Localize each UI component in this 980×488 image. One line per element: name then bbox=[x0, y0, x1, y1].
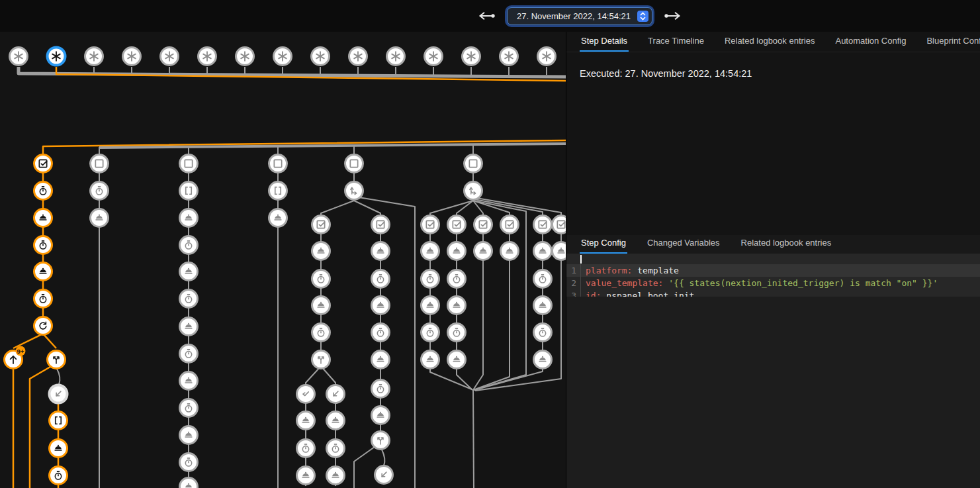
graph-node-delay-timer-icon[interactable] bbox=[372, 380, 390, 398]
graph-node-arrow-down-left-icon[interactable] bbox=[375, 466, 393, 484]
tab-step-config[interactable]: Step Config bbox=[580, 238, 627, 254]
graph-node-service-call-icon[interactable] bbox=[180, 263, 198, 281]
graph-node-condition-blank-icon[interactable] bbox=[269, 155, 287, 173]
graph-node-delay-timer-icon[interactable] bbox=[180, 236, 198, 254]
graph-node-delay-timer-icon[interactable] bbox=[372, 270, 390, 288]
tab-related-logbook-entries[interactable]: Related logbook entries bbox=[723, 36, 817, 52]
graph-node-delay-timer-icon[interactable] bbox=[422, 270, 439, 288]
graph-node-service-call-icon[interactable] bbox=[312, 242, 330, 260]
code-line[interactable]: 1platform: template bbox=[566, 264, 980, 277]
graph-node-service-call-icon[interactable] bbox=[474, 242, 492, 260]
graph-node-condition-checked-icon[interactable] bbox=[534, 216, 552, 234]
graph-node-service-call-icon[interactable] bbox=[501, 242, 519, 260]
graph-node-trigger-asterisk-icon[interactable] bbox=[48, 48, 66, 66]
graph-node-service-call-icon[interactable] bbox=[180, 372, 198, 390]
graph-node-arrow-down-left-icon[interactable] bbox=[50, 385, 67, 403]
graph-node-delay-timer-icon[interactable] bbox=[180, 345, 198, 363]
graph-node-choose-decision-icon[interactable] bbox=[345, 182, 363, 200]
graph-node-call-split-icon[interactable] bbox=[372, 432, 390, 450]
graph-node-trigger-asterisk-icon[interactable] bbox=[85, 48, 103, 66]
graph-node-delay-timer-icon[interactable] bbox=[448, 270, 466, 288]
graph-node-condition-checked-icon[interactable] bbox=[422, 216, 439, 234]
graph-node-delay-timer-icon[interactable] bbox=[34, 236, 52, 254]
graph-node-service-call-icon[interactable] bbox=[180, 209, 198, 227]
graph-node-brackets-icon[interactable] bbox=[50, 412, 67, 430]
graph-node-service-call-icon[interactable] bbox=[422, 351, 439, 369]
graph-node-service-call-icon[interactable] bbox=[372, 351, 390, 369]
graph-node-service-call-icon[interactable] bbox=[372, 297, 390, 315]
graph-node-service-call-icon[interactable] bbox=[372, 242, 390, 260]
tab-changed-variables[interactable]: Changed Variables bbox=[646, 238, 721, 254]
graph-node-trigger-asterisk-icon[interactable] bbox=[199, 48, 216, 66]
graph-node-delay-timer-icon[interactable] bbox=[312, 270, 330, 288]
graph-node-delay-timer-icon[interactable] bbox=[448, 324, 466, 342]
graph-node-delay-timer-icon[interactable] bbox=[327, 440, 345, 458]
graph-node-service-call-icon[interactable] bbox=[534, 351, 552, 369]
code-line[interactable]: 2value_template: '{{ states(nextion_init… bbox=[566, 277, 980, 289]
graph-node-service-call-icon[interactable] bbox=[372, 407, 390, 424]
graph-node-trigger-asterisk-icon[interactable] bbox=[236, 48, 254, 66]
graph-node-trigger-asterisk-icon[interactable] bbox=[349, 48, 367, 66]
graph-node-trigger-asterisk-icon[interactable] bbox=[500, 48, 518, 66]
graph-node-trigger-asterisk-icon[interactable] bbox=[538, 48, 556, 66]
tab-blueprint-config[interactable]: Blueprint Config bbox=[925, 36, 980, 52]
tab-related-logbook-entries-2[interactable]: Related logbook entries bbox=[740, 238, 833, 254]
graph-node-choose-decision-icon[interactable] bbox=[465, 182, 482, 200]
graph-node-delay-timer-icon[interactable] bbox=[372, 324, 390, 342]
graph-node-delay-timer-icon[interactable] bbox=[34, 182, 52, 200]
graph-node-condition-blank-icon[interactable] bbox=[91, 155, 109, 173]
graph-node-arrow-down-left-icon[interactable] bbox=[327, 385, 345, 403]
graph-node-delay-timer-icon[interactable] bbox=[312, 324, 330, 342]
graph-node-condition-checked-icon[interactable] bbox=[448, 216, 466, 234]
graph-node-condition-checked-icon[interactable] bbox=[501, 216, 519, 234]
graph-node-delay-timer-icon[interactable] bbox=[180, 290, 198, 308]
graph-node-delay-timer-icon[interactable] bbox=[50, 467, 67, 485]
graph-node-service-call-icon[interactable] bbox=[327, 412, 345, 430]
graph-node-delay-timer-icon[interactable] bbox=[297, 440, 315, 458]
graph-node-repeat-icon[interactable] bbox=[34, 317, 52, 335]
graph-node-service-call-icon[interactable] bbox=[50, 440, 67, 458]
graph-node-trigger-asterisk-icon[interactable] bbox=[387, 48, 405, 66]
graph-node-service-call-icon[interactable] bbox=[180, 426, 198, 444]
graph-node-condition-checked-icon[interactable] bbox=[474, 216, 492, 234]
graph-node-service-call-icon[interactable] bbox=[297, 412, 315, 430]
graph-node-service-call-icon[interactable] bbox=[534, 242, 552, 260]
graph-node-condition-checked-icon[interactable] bbox=[312, 216, 330, 234]
graph-node-condition-blank-icon[interactable] bbox=[345, 155, 363, 173]
graph-node-service-call-icon[interactable] bbox=[448, 351, 466, 369]
graph-node-service-call-icon[interactable] bbox=[422, 242, 439, 260]
graph-node-service-call-icon[interactable] bbox=[448, 297, 466, 315]
graph-node-delay-timer-icon[interactable] bbox=[34, 290, 52, 308]
yaml-editor[interactable]: 1platform: template2value_template: '{{ … bbox=[566, 254, 980, 302]
graph-node-call-split-icon[interactable] bbox=[48, 351, 66, 369]
previous-run-button[interactable] bbox=[475, 10, 498, 22]
graph-node-condition-blank-icon[interactable] bbox=[465, 155, 482, 173]
graph-node-condition-checked-icon[interactable] bbox=[372, 216, 390, 234]
graph-node-trigger-asterisk-icon[interactable] bbox=[161, 48, 179, 66]
graph-node-brackets-icon[interactable] bbox=[180, 182, 198, 200]
graph-node-trigger-asterisk-icon[interactable] bbox=[10, 48, 28, 66]
graph-node-service-call-icon[interactable] bbox=[312, 297, 330, 315]
next-run-button[interactable] bbox=[662, 10, 684, 22]
graph-node-delay-timer-icon[interactable] bbox=[422, 324, 439, 342]
graph-node-delay-timer-icon[interactable] bbox=[180, 399, 198, 417]
graph-node-service-call-icon[interactable] bbox=[180, 318, 198, 336]
graph-node-trigger-asterisk-icon[interactable] bbox=[312, 48, 330, 66]
graph-node-delay-timer-icon[interactable] bbox=[180, 454, 198, 471]
graph-node-brackets-icon[interactable] bbox=[269, 182, 287, 200]
graph-node-service-call-icon[interactable] bbox=[448, 242, 466, 260]
run-select[interactable]: 27. November 2022, 14:54:21 bbox=[507, 7, 652, 25]
graph-node-trigger-asterisk-icon[interactable] bbox=[123, 48, 141, 66]
graph-node-service-call-icon[interactable] bbox=[34, 263, 52, 281]
graph-node-service-call-icon[interactable] bbox=[180, 478, 198, 488]
graph-node-condition-checked-icon[interactable] bbox=[553, 216, 566, 234]
graph-node-call-split-icon[interactable] bbox=[312, 351, 330, 369]
graph-node-trigger-asterisk-icon[interactable] bbox=[274, 48, 292, 66]
graph-node-service-call-icon[interactable] bbox=[269, 209, 287, 227]
graph-node-service-call-icon[interactable] bbox=[327, 467, 345, 485]
graph-node-trigger-asterisk-icon[interactable] bbox=[425, 48, 443, 66]
graph-node-condition-checked-icon[interactable] bbox=[34, 155, 52, 173]
graph-node-delay-timer-icon[interactable] bbox=[534, 324, 552, 342]
graph-node-trigger-asterisk-icon[interactable] bbox=[463, 48, 480, 66]
graph-node-check-icon[interactable] bbox=[297, 385, 315, 403]
